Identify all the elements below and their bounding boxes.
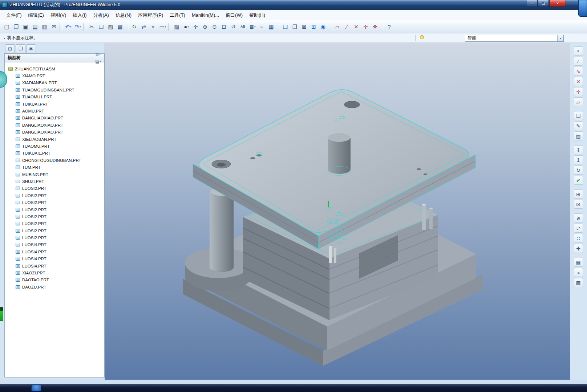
assemble-component-icon[interactable]: ⊞ — [574, 189, 583, 199]
sketch-line-icon[interactable]: ∕ — [574, 57, 583, 66]
tree-item[interactable]: AOMU.PRT — [5, 107, 104, 114]
import-icon[interactable]: ↧ — [574, 145, 583, 154]
tree-item[interactable]: MUBING.PRT — [5, 171, 104, 178]
tree-item[interactable]: TUIKUAI1.PRT — [5, 150, 104, 157]
selection-filter-caret[interactable]: ▾ — [557, 35, 563, 41]
pattern-icon[interactable]: ∷ — [574, 234, 583, 243]
select-box-icon[interactable]: ▭▾ — [158, 22, 167, 32]
move-component-icon[interactable]: ✚ — [574, 244, 583, 253]
favorites-tab[interactable]: ✱ — [26, 44, 36, 53]
taskbar-app-tile[interactable] — [31, 385, 41, 391]
tree-item[interactable]: TUM.PRT — [5, 164, 104, 171]
connect-icon[interactable]: ◉ — [319, 22, 328, 32]
saved-views-icon[interactable]: ≣▾ — [248, 22, 257, 32]
separator[interactable] — [574, 142, 582, 144]
copy-geometry-icon[interactable]: ❏ — [574, 111, 583, 120]
regen-manager-icon[interactable]: ⇄ — [139, 22, 149, 32]
tree-item[interactable]: LUOSI2.PRT — [5, 220, 104, 227]
new-file-icon[interactable]: ▢ — [2, 22, 12, 32]
tree-item[interactable]: TUAOMU.PRT — [5, 143, 104, 150]
tree-show-button[interactable]: ≣▾ — [93, 51, 103, 58]
window-copy-icon[interactable]: ❒ — [290, 22, 300, 32]
paste-icon[interactable]: ▨ — [106, 22, 116, 32]
separator[interactable] — [126, 23, 129, 31]
export-icon[interactable]: ↥ — [574, 155, 583, 164]
tree-item[interactable]: DAOTAO.PRT — [5, 277, 104, 283]
tree-item[interactable]: LUOSI2.PRT — [5, 185, 104, 192]
verify-icon[interactable]: ✔ — [574, 176, 583, 185]
separator[interactable] — [60, 23, 63, 31]
graphics-viewport[interactable] — [105, 43, 570, 380]
menu-item[interactable]: 视图(V) — [47, 11, 69, 20]
datum-plane-display-icon[interactable]: ▱ — [333, 22, 342, 32]
zoom-in-icon[interactable]: ⊕ — [201, 22, 210, 32]
menu-item[interactable]: Manikin(M)... — [189, 11, 222, 19]
menu-item[interactable]: 帮助(H) — [246, 11, 268, 20]
tree-item[interactable]: XIELIAOBAN.PRT — [5, 136, 104, 143]
window-close-icon[interactable]: ⊠ — [300, 22, 309, 32]
cut-icon[interactable]: ✂ — [87, 22, 97, 32]
tree-item[interactable]: TUAOMGUDINGBAN1.PRT — [5, 86, 104, 93]
close-button[interactable]: ✕ — [549, 0, 566, 7]
menu-item[interactable]: 插入(I) — [69, 11, 90, 20]
tree-item[interactable]: LUOSI4.PRT — [5, 241, 104, 248]
tree-root-item[interactable]: ZHUANGPEITU.ASM — [5, 65, 104, 72]
assembly-3d-view[interactable] — [105, 43, 571, 380]
tree-item[interactable]: LUOSI2.PRT — [5, 213, 104, 220]
grid-snap-icon[interactable]: ▩ — [574, 278, 583, 287]
menu-item[interactable]: 分析(A) — [90, 11, 112, 20]
layer-tree-icon[interactable]: ▤ — [574, 131, 583, 140]
guide-pillar[interactable] — [210, 187, 234, 272]
copy-icon[interactable]: ❏ — [97, 22, 106, 32]
separator[interactable] — [381, 23, 384, 31]
tree-item[interactable]: TUAOMU1.PRT — [5, 94, 104, 101]
reorient-icon[interactable]: ↺ — [229, 22, 238, 32]
spin-center-display-icon[interactable]: ❖ — [371, 22, 380, 32]
tree-item[interactable]: XIAOZI.PRT — [5, 269, 104, 276]
print-setup-icon[interactable]: ▥ — [40, 22, 49, 32]
desktop-corner-tile[interactable] — [578, 0, 587, 17]
tree-item[interactable]: LUOSI4.PRT — [5, 248, 104, 255]
orient-mode-icon[interactable]: ⌖ — [574, 46, 583, 56]
tree-item[interactable]: LUOSI2.PRT — [5, 227, 104, 234]
print-icon[interactable]: ▤ — [31, 22, 40, 32]
datum-axis-display-icon[interactable]: ⁄ — [342, 22, 352, 32]
tree-item[interactable]: LUOSI4.PRT — [5, 256, 104, 262]
menu-item[interactable]: 文件(F) — [3, 11, 25, 20]
tree-item[interactable]: LUOSI4.PRT — [5, 262, 104, 269]
shaded-display-icon[interactable]: ●▾ — [182, 22, 191, 32]
active-window-icon[interactable]: ⊞ — [309, 22, 319, 32]
edit-definition-icon[interactable]: ✎ — [574, 121, 583, 130]
redo-icon[interactable]: ↷▾ — [73, 22, 82, 32]
separator[interactable] — [83, 23, 86, 31]
shank-cylinder[interactable] — [328, 133, 351, 176]
separator[interactable] — [168, 23, 171, 31]
view-manager-icon[interactable]: ▦ — [267, 22, 276, 32]
paste-special-icon[interactable]: ▩ — [116, 22, 125, 32]
layers-icon[interactable]: ≡ — [257, 22, 267, 32]
plane-create-icon[interactable]: ▱ — [574, 97, 583, 106]
separator[interactable] — [574, 186, 582, 188]
menu-item[interactable]: 信息(N) — [112, 11, 135, 20]
csys-create-icon[interactable]: ✛ — [574, 87, 583, 96]
send-mail-icon[interactable]: ✉ — [49, 22, 59, 32]
regenerate-icon[interactable]: ↻ — [130, 22, 139, 32]
tree-item[interactable]: LUOSI2.PRT — [5, 206, 104, 213]
tree-item[interactable]: LUOSI2.PRT — [5, 199, 104, 206]
separator[interactable] — [277, 23, 280, 31]
tree-item[interactable]: DANGLIAOXIAO.PRT — [5, 122, 104, 128]
tree-item[interactable]: LUOSI2.PRT — [5, 192, 104, 199]
datum-csys-display-icon[interactable]: ✛ — [361, 22, 371, 32]
tree-item[interactable]: CHONGTOUGUDINGBAN.PRT — [5, 157, 104, 164]
folder-browser-tab[interactable]: ❐ — [16, 44, 25, 53]
zoom-out-icon[interactable]: ⊖ — [210, 22, 219, 32]
open-folder-icon[interactable]: ❐ — [12, 22, 21, 32]
menu-item[interactable]: 工具(T) — [166, 11, 189, 20]
tree-item[interactable]: XIAMO.PRT — [5, 72, 104, 79]
separator[interactable] — [329, 23, 332, 31]
selection-filter-combobox[interactable]: 智能 ▾ — [465, 35, 564, 42]
separator[interactable] — [574, 254, 582, 257]
tree-item[interactable]: DANGLIAOXIAO.PRT — [5, 129, 104, 136]
relations-icon[interactable]: ≈ — [574, 268, 583, 277]
find-icon[interactable]: ⌖ — [149, 22, 158, 32]
